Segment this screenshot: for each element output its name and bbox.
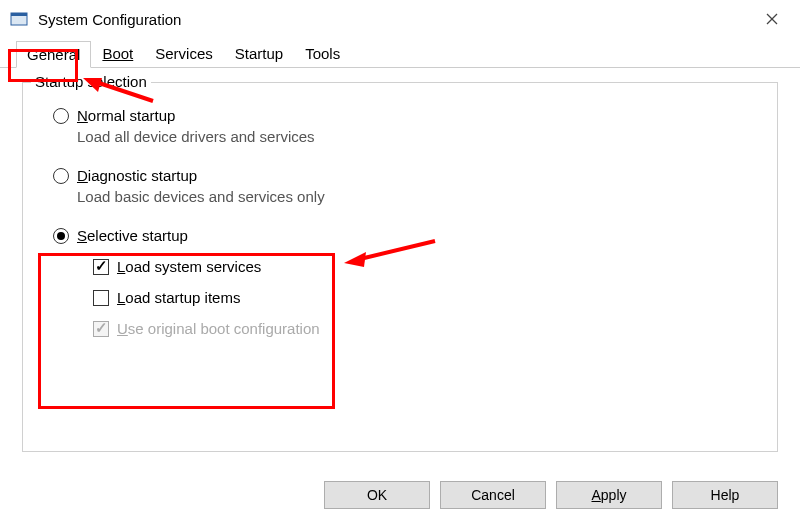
radio-row-selective: Selective startup bbox=[53, 227, 763, 244]
checkbox-load-startup-items[interactable] bbox=[93, 290, 109, 306]
tab-strip: General Boot Services Startup Tools bbox=[0, 38, 800, 68]
window-title: System Configuration bbox=[38, 11, 181, 28]
radio-diagnostic-label: Diagnostic startup bbox=[77, 167, 197, 184]
tab-tools[interactable]: Tools bbox=[294, 40, 351, 67]
titlebar: System Configuration bbox=[0, 0, 800, 38]
checkbox-row-system-services: Load system services bbox=[93, 258, 763, 275]
checkbox-use-original-boot bbox=[93, 321, 109, 337]
tab-services[interactable]: Services bbox=[144, 40, 224, 67]
checkbox-use-original-boot-label: Use original boot configuration bbox=[117, 320, 320, 337]
checkbox-load-system-services-label: Load system services bbox=[117, 258, 261, 275]
radio-normal[interactable] bbox=[53, 108, 69, 124]
radio-diagnostic[interactable] bbox=[53, 168, 69, 184]
checkbox-row-startup-items: Load startup items bbox=[93, 289, 763, 306]
close-button[interactable] bbox=[750, 4, 794, 34]
help-button[interactable]: Help bbox=[672, 481, 778, 509]
tab-content: Startup selection Normal startup Load al… bbox=[0, 68, 800, 506]
svg-rect-1 bbox=[11, 13, 27, 16]
checkbox-load-system-services[interactable] bbox=[93, 259, 109, 275]
tab-startup[interactable]: Startup bbox=[224, 40, 294, 67]
msconfig-icon bbox=[10, 10, 28, 28]
radio-row-diagnostic: Diagnostic startup bbox=[53, 167, 763, 184]
apply-button[interactable]: Apply bbox=[556, 481, 662, 509]
radio-normal-label: Normal startup bbox=[77, 107, 175, 124]
radio-normal-desc: Load all device drivers and services bbox=[77, 128, 763, 145]
groupbox-legend: Startup selection bbox=[31, 73, 151, 90]
checkbox-load-startup-items-label: Load startup items bbox=[117, 289, 240, 306]
radio-diagnostic-desc: Load basic devices and services only bbox=[77, 188, 763, 205]
checkbox-row-original-boot: Use original boot configuration bbox=[93, 320, 763, 337]
radio-row-normal: Normal startup bbox=[53, 107, 763, 124]
ok-button[interactable]: OK bbox=[324, 481, 430, 509]
dialog-button-bar: OK Cancel Apply Help bbox=[324, 481, 778, 509]
tab-general[interactable]: General bbox=[16, 41, 91, 68]
radio-selective-label: Selective startup bbox=[77, 227, 188, 244]
cancel-button[interactable]: Cancel bbox=[440, 481, 546, 509]
radio-selective[interactable] bbox=[53, 228, 69, 244]
tab-boot[interactable]: Boot bbox=[91, 40, 144, 67]
close-icon bbox=[766, 13, 778, 25]
startup-selection-group: Startup selection Normal startup Load al… bbox=[22, 82, 778, 452]
